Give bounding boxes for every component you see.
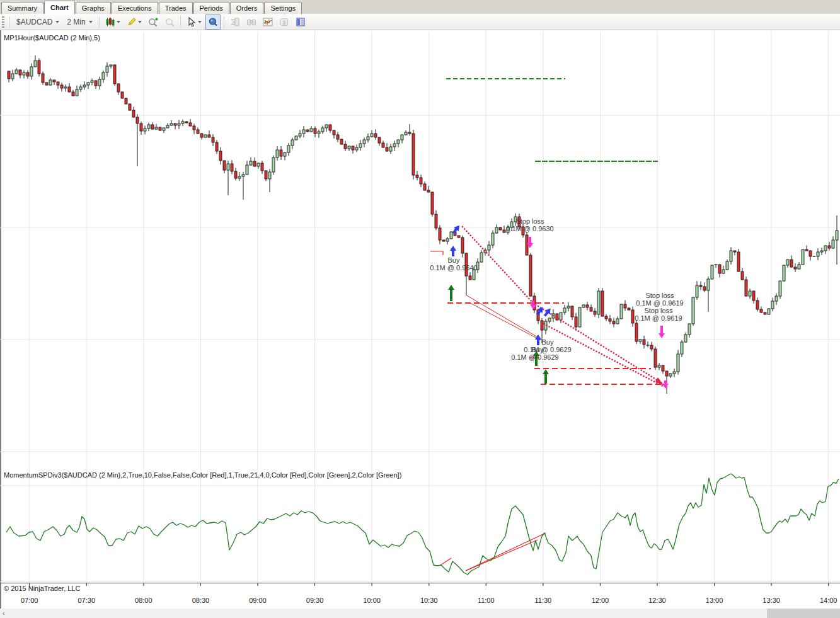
svg-text:0.1M @ 0.9619: 0.1M @ 0.9619 [635,314,682,322]
drawing-tools-button[interactable] [124,14,144,30]
scroll-left-icon[interactable]: ‹ [3,609,5,617]
svg-text:0.1M @ 0.9629: 0.1M @ 0.9629 [511,353,558,361]
chart-canvas[interactable]: Buy0.1M @ 0.9640Stop loss0.1M @ 0.9630Bu… [0,30,840,609]
instrument-dropdown[interactable]: $AUDCAD [13,16,63,28]
binoculars-button[interactable] [244,14,259,30]
svg-text:14:00: 14:00 [820,597,837,604]
svg-text:0.1M @ 0.9630: 0.1M @ 0.9630 [506,225,553,232]
tab-bar: Summary Chart Graphs Executions Trades P… [0,0,840,14]
svg-text:08:00: 08:00 [135,597,152,604]
tab-periods[interactable]: Periods [193,2,229,14]
chevron-down-icon [89,21,93,23]
svg-text:12:30: 12:30 [648,597,666,604]
svg-text:09:30: 09:30 [306,597,324,604]
price-panel-label: MP1Hour($AUDCAD (2 Min),5) [4,34,100,42]
properties-button[interactable] [293,14,308,30]
ninjatrader-chart-window: Summary Chart Graphs Executions Trades P… [0,0,840,618]
separator [180,16,181,28]
chevron-down-icon [117,21,120,23]
candlestick-style-icon [105,17,115,27]
separator [99,16,100,28]
chart-trader-button[interactable] [227,14,243,30]
chart-style-button[interactable] [103,14,123,30]
tab-trades[interactable]: Trades [159,2,193,14]
chevron-down-icon [198,21,202,23]
svg-text:0.1M @ 0.9619: 0.1M @ 0.9619 [636,299,683,307]
indicator-panel-label: MomentumSPDiv3($AUDCAD (2 Min),2,True,10… [4,471,401,479]
toolbar-grip-handle[interactable] [2,16,4,28]
svg-text:09:00: 09:00 [249,597,267,604]
svg-text:07:00: 07:00 [21,597,38,604]
svg-text:$: $ [282,19,285,25]
zoom-out-icon [164,17,175,27]
toolbar: $AUDCAD 2 Min [0,14,840,30]
interval-dropdown[interactable]: 2 Min [63,16,96,28]
chevron-down-icon [55,21,59,23]
svg-text:07:30: 07:30 [78,597,96,604]
copyright-label: © 2015 NinjaTrader, LLC [4,585,80,592]
svg-text:12:00: 12:00 [592,597,609,604]
svg-text:13:30: 13:30 [762,597,780,604]
scrollbar-thumb[interactable] [767,609,840,618]
pencil-icon [127,17,137,27]
tab-orders[interactable]: Orders [230,2,264,14]
cursor-pointer-icon [187,17,197,27]
svg-text:Buy: Buy [448,256,460,264]
chevron-down-icon [138,21,142,23]
tab-graphs[interactable]: Graphs [76,2,111,14]
horizontal-scrollbar[interactable]: ‹ [0,609,840,618]
svg-text:0.1M @ 0.9640: 0.1M @ 0.9640 [430,264,477,272]
instrument-label: $AUDCAD [16,18,52,26]
separator [224,16,224,28]
mini-chart-button[interactable] [260,14,275,30]
zoom-in-button[interactable] [146,14,161,30]
svg-text:Stop loss: Stop loss [644,307,673,314]
svg-text:10:30: 10:30 [420,597,438,604]
tab-executions[interactable]: Executions [112,2,158,14]
svg-text:11:00: 11:00 [478,597,495,604]
binoculars-icon [246,17,256,27]
dollar-icon: $ [279,17,289,27]
chart-trader-icon [230,17,240,27]
data-box-button[interactable] [205,14,221,30]
properties-panel-icon [296,17,306,27]
zoom-out-button[interactable] [162,14,177,30]
svg-text:Buy: Buy [532,346,544,353]
mini-chart-icon [263,17,273,27]
cursor-tool-button[interactable] [184,14,204,30]
svg-text:Buy: Buy [542,338,554,346]
svg-text:11:30: 11:30 [534,597,551,604]
svg-text:10:00: 10:00 [363,597,381,604]
zoom-in-icon [148,17,158,27]
magnifier-lens-icon [208,17,218,27]
tab-summary[interactable]: Summary [1,2,43,14]
separator [9,16,10,28]
interval-label: 2 Min [67,18,85,26]
account-data-button[interactable]: $ [277,14,292,30]
tab-chart[interactable]: Chart [44,1,75,14]
svg-text:Stop loss: Stop loss [515,217,544,225]
svg-text:Stop loss: Stop loss [645,292,674,299]
chart-area[interactable]: Buy0.1M @ 0.9640Stop loss0.1M @ 0.9630Bu… [0,30,840,609]
svg-text:08:30: 08:30 [192,597,210,604]
svg-text:13:00: 13:00 [706,597,723,604]
tab-settings[interactable]: Settings [264,2,302,14]
